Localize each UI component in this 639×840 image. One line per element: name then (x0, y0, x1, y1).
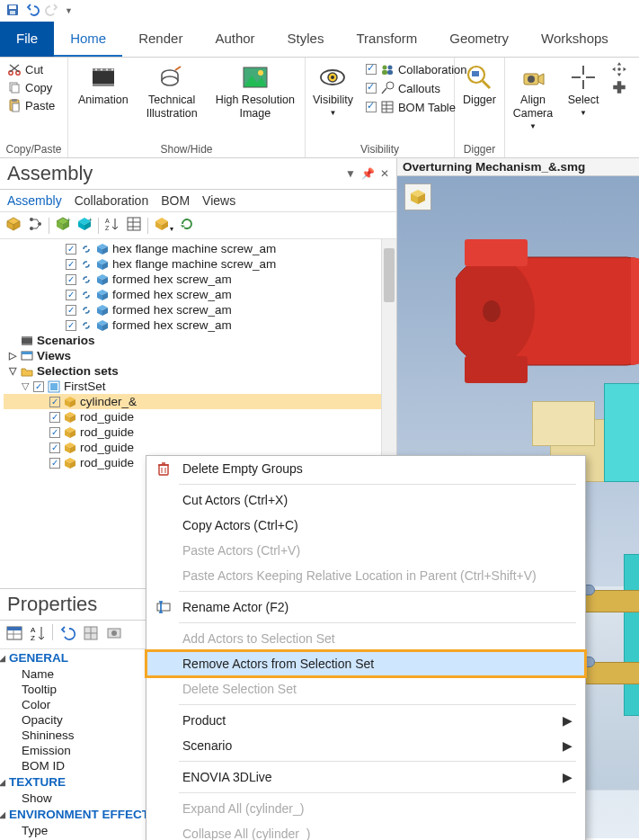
visibility-button[interactable]: Visibility▼ (311, 61, 355, 120)
svg-point-14 (101, 69, 102, 71)
menu-item[interactable]: Delete Empty Groups (146, 456, 585, 481)
digger-button[interactable]: Digger (461, 61, 498, 109)
tool-add2-icon[interactable]: + (76, 216, 93, 235)
svg-text:Z: Z (31, 634, 35, 642)
tree-checkbox[interactable]: ✓ (49, 412, 60, 423)
tab-render[interactable]: Render (122, 22, 199, 57)
tree-checkbox[interactable]: ✓ (49, 458, 60, 469)
tree-checkbox[interactable]: ✓ (49, 397, 60, 407)
panel-pin-icon[interactable]: 📌 (361, 167, 375, 180)
tool-cycle-icon[interactable] (179, 216, 195, 235)
svg-rect-124 (465, 356, 528, 383)
tree-item[interactable]: ✓hex flange machine screw_am (4, 241, 396, 256)
ribbon-group-extra (606, 58, 631, 157)
tree-checkbox[interactable]: ✓ (66, 274, 76, 285)
menu-item: Collapse All (cylinder_) (146, 821, 585, 840)
menu-item[interactable]: Scenario▶ (146, 733, 585, 758)
align-camera-button[interactable]: Align Camera▼ (511, 61, 555, 133)
tree-set-item[interactable]: ✓cylinder_& (4, 394, 396, 409)
high-res-image-button[interactable]: High Resolution Image (214, 61, 297, 122)
document-tab[interactable]: Overturning Mechanism_&.smg (397, 158, 639, 176)
qat-dropdown-icon[interactable]: ▼ (65, 6, 73, 15)
copy-button[interactable]: Copy (5, 79, 57, 95)
tree-checkbox[interactable]: ✓ (49, 427, 60, 438)
tree-checkbox[interactable]: ✓ (66, 305, 76, 316)
cut-button[interactable]: Cut (5, 61, 57, 77)
tree-checkbox[interactable]: ✓ (66, 320, 76, 331)
tree-set-item[interactable]: ✓rod_guide (4, 409, 396, 424)
tool-sort-icon[interactable]: AZ (104, 216, 120, 235)
tab-author[interactable]: Author (199, 22, 271, 57)
tree-checkbox[interactable]: ✓ (66, 290, 76, 300)
assembly-toolbar: + + AZ ▾ (0, 212, 396, 239)
tool-hierarchy-icon[interactable] (27, 216, 43, 235)
menu-item[interactable]: Copy Actors (Ctrl+C) (146, 513, 585, 538)
subtab-collaboration[interactable]: Collaboration (75, 193, 149, 208)
tool-cube-icon[interactable] (5, 216, 22, 235)
view-cube-icon[interactable] (404, 183, 431, 210)
subtab-views[interactable]: Views (202, 193, 235, 208)
tree-item[interactable]: ✓hex flange machine screw_am (4, 256, 396, 272)
tab-workshops[interactable]: Workshops (525, 22, 625, 57)
svg-point-16 (111, 69, 113, 71)
tab-home[interactable]: Home (54, 22, 122, 57)
ribbon-group-select: Select▼ (561, 58, 606, 157)
tree-firstset[interactable]: ▽✓FirstSet (4, 379, 396, 394)
tool-add-icon[interactable]: + (55, 216, 71, 235)
tree-set-item[interactable]: ✓rod_guide (4, 424, 396, 440)
svg-point-25 (382, 66, 386, 70)
props-neutral-icon[interactable] (82, 624, 100, 645)
menu-item[interactable]: Product▶ (146, 708, 585, 733)
props-undo-icon[interactable] (58, 624, 76, 645)
tree-checkbox[interactable]: ✓ (66, 244, 76, 255)
tree-item[interactable]: ✓formed hex screw_am (4, 317, 396, 333)
svg-text:+: + (67, 216, 71, 224)
tree-views[interactable]: ▷Views (4, 348, 396, 363)
props-sort-icon[interactable]: AZ (29, 624, 47, 645)
tool-cube2-icon[interactable]: ▾ (154, 216, 173, 235)
tree-set-item[interactable]: ✓rod_guide (4, 440, 396, 455)
tab-transform[interactable]: Transform (340, 22, 433, 57)
tab-geometry[interactable]: Geometry (433, 22, 525, 57)
tree-checkbox[interactable]: ✓ (66, 259, 76, 270)
tab-styles[interactable]: Styles (271, 22, 341, 57)
tool-grid-icon[interactable] (126, 216, 142, 235)
tree-checkbox[interactable]: ✓ (49, 442, 60, 453)
menu-item[interactable]: Rename Actor (F2) (146, 594, 585, 620)
paste-button[interactable]: Paste (5, 97, 57, 113)
tree-item[interactable]: ✓formed hex screw_am (4, 272, 396, 287)
technical-illustration-button[interactable]: Technical Illustration (145, 61, 200, 122)
svg-marker-38 (538, 74, 544, 85)
tree-item[interactable]: ✓formed hex screw_am (4, 287, 396, 302)
checkbox-icon[interactable] (366, 83, 377, 94)
subtab-assembly[interactable]: Assembly (7, 193, 62, 208)
menu-item[interactable]: Cut Actors (Ctrl+X) (146, 487, 585, 513)
checkbox-icon[interactable] (366, 102, 377, 112)
tree-item[interactable]: ✓formed hex screw_am (4, 302, 396, 317)
svg-point-20 (258, 70, 263, 76)
subtab-bom[interactable]: BOM (161, 193, 190, 208)
pan-icon[interactable] (611, 79, 627, 95)
menu-item[interactable]: ENOVIA 3DLive▶ (146, 764, 585, 790)
redo-icon[interactable] (45, 3, 59, 20)
select-button[interactable]: Select▼ (566, 61, 601, 120)
tree-scenarios[interactable]: Scenarios (4, 333, 396, 348)
bom-table-toggle[interactable]: BOM Table (364, 99, 469, 115)
callouts-toggle[interactable]: Callouts (364, 80, 469, 96)
undo-icon[interactable] (25, 3, 40, 20)
panel-close-icon[interactable]: ✕ (380, 167, 389, 180)
panel-dropdown-icon[interactable]: ▼ (345, 167, 356, 180)
tree-selection-sets[interactable]: ▽Selection sets (4, 363, 396, 379)
save-icon[interactable] (5, 3, 20, 20)
menu-item: Paste Actors (Ctrl+V) (146, 538, 585, 563)
checkbox-icon[interactable] (366, 64, 377, 75)
move-icon[interactable] (611, 61, 627, 77)
props-categorized-image-icon[interactable] (5, 624, 23, 645)
props-neutral2-icon[interactable] (105, 624, 123, 645)
menu-item[interactable]: Remove Actors from Selection Set (146, 651, 585, 676)
menu-separator (179, 704, 576, 705)
tree-checkbox[interactable]: ✓ (33, 381, 44, 392)
animation-button[interactable]: Animation (76, 61, 130, 109)
tab-file[interactable]: File (0, 22, 54, 57)
collaboration-toggle[interactable]: Collaboration (364, 61, 469, 77)
